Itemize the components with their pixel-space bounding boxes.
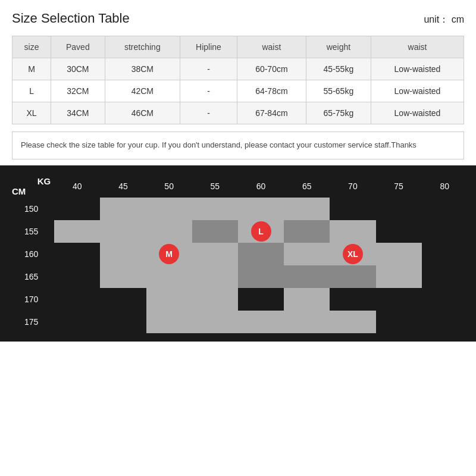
- chart-cell: [100, 311, 146, 333]
- chart-cell: [54, 288, 100, 311]
- table-header-row: size Paved stretching Hipline waist weig…: [12, 36, 464, 58]
- col-weight: weight: [306, 36, 371, 58]
- note-box: Please check the size table for your cup…: [12, 131, 464, 159]
- table-cell: -: [180, 102, 237, 124]
- chart-cell: [284, 220, 330, 243]
- table-cell: 32CM: [51, 80, 105, 102]
- chart-cell: [376, 198, 422, 220]
- chart-cell: [284, 311, 330, 333]
- header-row: Size Selection Table unit： cm: [12, 11, 464, 26]
- chart-cell: L: [238, 220, 284, 243]
- chart-row: 165: [8, 265, 468, 288]
- chart-row-label: 175: [8, 311, 54, 333]
- col-waist: waist: [237, 36, 306, 58]
- badge-l: L: [251, 221, 271, 242]
- col-55: 55: [192, 175, 238, 198]
- table-cell: 42CM: [105, 80, 180, 102]
- col-paved: Paved: [51, 36, 105, 58]
- table-cell: XL: [12, 102, 51, 124]
- chart-cell: [54, 243, 100, 265]
- table-cell: -: [180, 58, 237, 80]
- chart-cell: [284, 198, 330, 220]
- chart-cell: [100, 265, 146, 288]
- unit-label: unit： cm: [424, 14, 464, 26]
- chart-cell: [146, 198, 192, 220]
- table-cell: 30CM: [51, 58, 105, 80]
- chart-row: 160MXL: [8, 243, 468, 265]
- chart-cell: [376, 288, 422, 311]
- chart-cell: [192, 243, 238, 265]
- col-60: 60: [238, 175, 284, 198]
- chart-cell: [238, 198, 284, 220]
- table-cell: M: [12, 58, 51, 80]
- chart-row-label: 155: [8, 220, 54, 243]
- table-cell: L: [12, 80, 51, 102]
- chart-cell: [146, 220, 192, 243]
- chart-section: KG CM 40 45 50 55 60 65 70 75 80 150155L…: [0, 165, 476, 342]
- table-cell: 60-70cm: [237, 58, 306, 80]
- chart-cell: [100, 288, 146, 311]
- kg-label: KG: [37, 176, 51, 186]
- chart-cell: [422, 243, 468, 265]
- chart-cell: [376, 243, 422, 265]
- chart-row-label: 170: [8, 288, 54, 311]
- chart-cell: [54, 265, 100, 288]
- col-size: size: [12, 36, 51, 58]
- corner-header: KG CM: [8, 175, 54, 198]
- chart-cell: [284, 243, 330, 265]
- col-50: 50: [146, 175, 192, 198]
- table-cell: 38CM: [105, 58, 180, 80]
- chart-cell: [238, 288, 284, 311]
- table-cell: 64-78cm: [237, 80, 306, 102]
- chart-cell: [192, 198, 238, 220]
- badge-m: M: [159, 244, 179, 264]
- chart-cell: [422, 265, 468, 288]
- chart-row: 155L: [8, 220, 468, 243]
- table-row: M30CM38CM-60-70cm45-55kgLow-waisted: [12, 58, 464, 80]
- chart-cell: [192, 265, 238, 288]
- table-cell: -: [180, 80, 237, 102]
- chart-cell: [422, 220, 468, 243]
- chart-row: 175: [8, 311, 468, 333]
- badge-xl: XL: [343, 244, 363, 264]
- chart-cell: [330, 220, 375, 243]
- col-75: 75: [376, 175, 422, 198]
- col-hipline: Hipline: [180, 36, 237, 58]
- col-45: 45: [100, 175, 146, 198]
- table-cell: 67-84cm: [237, 102, 306, 124]
- chart-table: KG CM 40 45 50 55 60 65 70 75 80 150155L…: [8, 175, 468, 333]
- page-title: Size Selection Table: [12, 11, 130, 26]
- col-stretching: stretching: [105, 36, 180, 58]
- chart-cell: [330, 198, 375, 220]
- table-cell: 45-55kg: [306, 58, 371, 80]
- chart-cell: [192, 311, 238, 333]
- chart-cell: [146, 265, 192, 288]
- chart-cell: [238, 265, 284, 288]
- col-40: 40: [54, 175, 100, 198]
- chart-cell: [284, 265, 330, 288]
- chart-cell: [54, 198, 100, 220]
- col-80: 80: [422, 175, 468, 198]
- chart-cell: [422, 288, 468, 311]
- chart-cell: [100, 220, 146, 243]
- note-text: Please check the size table for your cup…: [21, 140, 416, 149]
- chart-cell: M: [146, 243, 192, 265]
- table-cell: 65-75kg: [306, 102, 371, 124]
- chart-cell: [100, 243, 146, 265]
- chart-cell: [376, 220, 422, 243]
- chart-cell: [284, 288, 330, 311]
- col-65: 65: [284, 175, 330, 198]
- table-row: XL34CM46CM-67-84cm65-75kgLow-waisted: [12, 102, 464, 124]
- table-cell: Low-waisted: [371, 58, 464, 80]
- chart-cell: [146, 288, 192, 311]
- col-style: waist: [371, 36, 464, 58]
- chart-cell: [330, 288, 375, 311]
- chart-cell: [54, 220, 100, 243]
- chart-cell: [376, 311, 422, 333]
- chart-cell: [422, 198, 468, 220]
- table-row: L32CM42CM-64-78cm55-65kgLow-waisted: [12, 80, 464, 102]
- chart-cell: [192, 288, 238, 311]
- chart-cell: [146, 311, 192, 333]
- table-cell: 46CM: [105, 102, 180, 124]
- chart-cell: [376, 265, 422, 288]
